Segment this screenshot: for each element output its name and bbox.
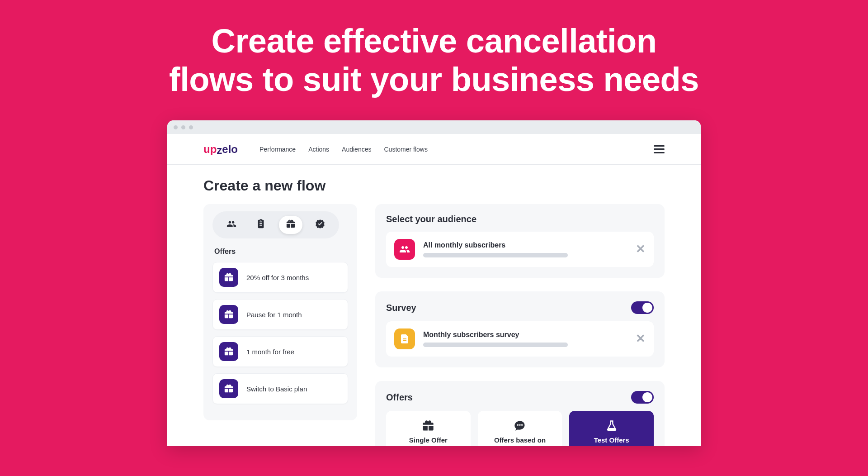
page-title: Create a new flow (203, 177, 665, 194)
logo-part-z: z (217, 144, 222, 157)
offers-panel: Offers Single Offer One offer for all cu… (375, 381, 665, 446)
offer-type-title: Offers based on responses (484, 436, 556, 446)
verified-icon (315, 219, 325, 231)
offer-label: Switch to Basic plan (246, 385, 307, 393)
top-nav: upzelo Performance Actions Audiences Cus… (167, 134, 701, 165)
offer-type-title: Single Offer (409, 436, 448, 444)
audience-panel: Select your audience All monthly subscri… (375, 204, 665, 278)
offer-type-sub: One offer for all customer (398, 446, 459, 446)
offer-item[interactable]: 1 month for free (212, 336, 348, 367)
clipboard-icon (256, 219, 266, 231)
nav-links: Performance Actions Audiences Customer f… (259, 146, 428, 153)
gift-icon (286, 219, 296, 231)
placeholder-bar (423, 253, 568, 257)
survey-card[interactable]: Monthly subscribers survey ✕ (386, 321, 654, 357)
step-offers[interactable] (279, 216, 302, 234)
hero-headline: Create effective cancellation flows to s… (169, 22, 699, 99)
offer-item[interactable]: Pause for 1 month (212, 299, 348, 330)
window-titlebar (167, 120, 701, 134)
step-survey[interactable] (249, 216, 273, 234)
placeholder-bar (423, 343, 568, 347)
document-icon (394, 328, 415, 349)
hero-line-2: flows to suit your business needs (169, 60, 699, 99)
offer-label: 20% off for 3 months (246, 274, 309, 281)
window-dot (174, 125, 178, 129)
offer-item[interactable]: 20% off for 3 months (212, 262, 348, 293)
audience-card-title: All monthly subscribers (423, 241, 627, 249)
logo-part-up: up (203, 143, 217, 156)
gift-icon (219, 342, 238, 361)
hero-line-1: Create effective cancellation (169, 22, 699, 60)
offer-label: Pause for 1 month (246, 311, 302, 319)
flow-step-tabs (212, 211, 339, 238)
nav-customer-flows[interactable]: Customer flows (384, 146, 427, 153)
step-audience[interactable] (220, 216, 243, 234)
flask-icon (605, 419, 618, 433)
nav-actions[interactable]: Actions (308, 146, 329, 153)
window-dot (181, 125, 185, 129)
offers-panel-title: Offers (386, 392, 413, 403)
logo[interactable]: upzelo (203, 143, 238, 156)
people-icon (394, 239, 415, 260)
gift-icon (219, 379, 238, 398)
survey-card-title: Monthly subscribers survey (423, 331, 627, 339)
nav-audiences[interactable]: Audiences (342, 146, 371, 153)
offer-type-test[interactable]: Test Offers Find the highest performing (569, 411, 654, 446)
survey-panel-title: Survey (386, 303, 416, 313)
offer-label: 1 month for free (246, 348, 294, 356)
offers-section-label: Offers (214, 248, 348, 256)
offer-item[interactable]: Switch to Basic plan (212, 373, 348, 404)
chat-icon (514, 419, 526, 433)
step-confirm[interactable] (308, 216, 332, 234)
offer-type-responses[interactable]: Offers based on responses Match offers t… (478, 411, 562, 446)
audience-panel-title: Select your audience (386, 214, 476, 224)
people-icon (226, 219, 236, 231)
gift-icon (219, 305, 238, 324)
close-icon[interactable]: ✕ (636, 244, 646, 254)
survey-toggle[interactable] (631, 301, 654, 314)
nav-performance[interactable]: Performance (259, 146, 296, 153)
window-dot (189, 125, 193, 129)
flow-steps-panel: Offers 20% off for 3 months Pause for (203, 204, 357, 420)
offer-type-sub: Find the highest performing (579, 446, 645, 446)
offer-type-single[interactable]: Single Offer One offer for all customer (386, 411, 471, 446)
survey-panel: Survey Monthly subscribers survey ✕ (375, 291, 665, 367)
gift-icon (219, 268, 238, 287)
gift-icon (422, 419, 434, 433)
close-icon[interactable]: ✕ (636, 334, 646, 344)
offer-type-title: Test Offers (594, 436, 629, 444)
audience-card[interactable]: All monthly subscribers ✕ (386, 232, 654, 267)
offers-toggle[interactable] (631, 391, 654, 404)
content-area: Create a new flow (167, 165, 701, 446)
menu-icon[interactable] (654, 145, 665, 153)
app-window: upzelo Performance Actions Audiences Cus… (167, 120, 701, 446)
logo-part-elo: elo (222, 143, 238, 156)
